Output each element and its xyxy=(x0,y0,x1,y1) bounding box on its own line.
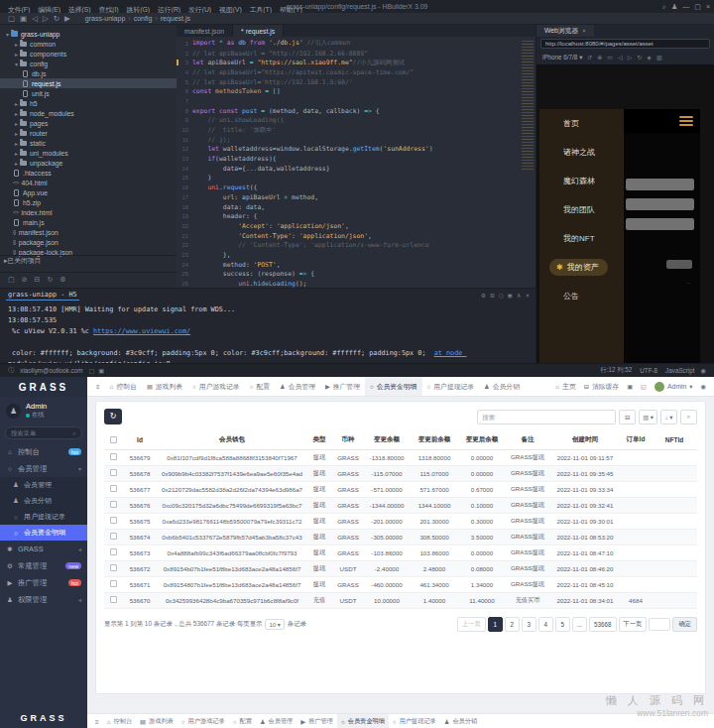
next-page-button[interactable]: 下一页 xyxy=(619,617,648,632)
tree-item-router[interactable]: ▸router xyxy=(0,128,177,138)
user-profile[interactable]: ♟ Admin 在线 xyxy=(0,397,87,425)
drawer-item[interactable]: 我的NFT xyxy=(539,224,624,253)
nav-tab[interactable]: ○会员资金明细 xyxy=(365,377,422,396)
brand-logo[interactable]: GRASS xyxy=(0,377,87,397)
clear-icon[interactable]: ⊘ xyxy=(22,276,28,284)
console-link[interactable]: https://www.uviewui.com/ xyxy=(93,327,190,335)
sidebar-item[interactable]: ⌂控制台hot xyxy=(0,443,87,460)
drawer-item[interactable]: 我的团队 xyxy=(539,195,624,224)
column-header[interactable]: 变更余额 xyxy=(364,431,410,449)
table-search-input[interactable] xyxy=(477,410,616,425)
sidebar-toggle[interactable]: ≡ xyxy=(91,714,103,728)
url-input[interactable]: http://localhost:8080/#/pages/asset/asse… xyxy=(540,39,710,49)
drawer-item[interactable]: 魔幻森林 xyxy=(539,167,624,195)
menubar-item[interactable]: 选择(S) xyxy=(64,6,95,13)
save-icon[interactable]: ▣ xyxy=(20,14,27,23)
close-icon[interactable]: × xyxy=(582,28,586,34)
nav-tab[interactable]: ▶推广管理 xyxy=(297,714,337,728)
minimap[interactable] xyxy=(522,41,534,170)
back-icon[interactable]: ◁ xyxy=(618,54,623,61)
sidebar-item[interactable]: ⚙常规管理new xyxy=(0,557,87,574)
screens-icon[interactable]: ▣ xyxy=(508,292,512,300)
tree-item-node-modules[interactable]: ▸node_modules xyxy=(0,108,177,118)
row-checkbox[interactable] xyxy=(104,529,122,545)
fullscreen-button[interactable]: ◱ xyxy=(637,383,651,390)
row-checkbox[interactable] xyxy=(104,497,122,513)
tree-item-manifest-json[interactable]: {}manifest.json xyxy=(0,227,177,237)
doc-icon[interactable]: ▢ xyxy=(8,14,15,23)
tree-item-unpackage[interactable]: ▸unpackage xyxy=(0,158,177,168)
menubar-item[interactable]: 编辑(E) xyxy=(34,6,64,13)
nav-tab[interactable]: ○用户提现记录 xyxy=(389,714,440,728)
home-button[interactable]: ⌂主页 xyxy=(551,382,579,392)
tree-item-package-json[interactable]: {}package.json xyxy=(0,237,177,247)
frame-icon[interactable]: ▭ xyxy=(607,54,613,61)
tree-item-main-js[interactable]: main.js xyxy=(0,217,177,227)
row-checkbox[interactable] xyxy=(104,449,122,465)
column-header[interactable]: 会员钱包 xyxy=(158,431,306,449)
tree-item--htaccess[interactable]: .htaccess xyxy=(0,168,177,178)
fwd-icon[interactable]: ▷ xyxy=(628,54,633,61)
up-icon[interactable]: ∧ xyxy=(517,292,521,300)
nav-tab[interactable]: ○会员资金明细 xyxy=(337,714,389,728)
nav-tab[interactable]: ○用户提现记录 xyxy=(422,377,480,396)
gear-icon[interactable]: ⚙ xyxy=(481,292,485,300)
bell-icon[interactable]: ◉ xyxy=(701,367,707,374)
column-header[interactable]: 备注 xyxy=(505,431,550,449)
tree-item-h5-zip[interactable]: h5.zip xyxy=(0,197,177,207)
refresh-button[interactable]: ↻ xyxy=(104,409,122,425)
column-header[interactable]: 币种 xyxy=(332,431,364,449)
run-icon[interactable]: ▶ xyxy=(64,14,70,23)
page-button[interactable]: 3 xyxy=(522,617,536,632)
nav-tab[interactable]: ⌂控制台 xyxy=(105,377,142,396)
nav-tab[interactable]: ⌂控制台 xyxy=(103,714,136,728)
account-label[interactable]: xiaoliym@outlook.com xyxy=(20,367,82,374)
tree-item-static[interactable]: ▸static xyxy=(0,138,177,148)
menubar-item[interactable]: 查找(I) xyxy=(95,6,123,13)
table-row[interactable]: 5366750xa6d233e9817661148b59500079a79efc… xyxy=(104,513,697,529)
page-jump-confirm-button[interactable]: 确定 xyxy=(672,617,697,632)
doc-icon[interactable]: ▢ xyxy=(8,276,15,284)
language-label[interactable]: JavaScript xyxy=(665,367,694,374)
row-checkbox[interactable] xyxy=(104,592,122,608)
notifications-button[interactable]: ◉ xyxy=(697,383,711,390)
tree-item-uni-modules[interactable]: ▸uni_modules xyxy=(0,148,177,158)
menubar-item[interactable]: 跳转(G) xyxy=(123,6,154,13)
page-button[interactable]: 2 xyxy=(505,617,520,632)
trash-icon[interactable]: ⊟ xyxy=(35,276,41,284)
nav-tab[interactable]: ○配置 xyxy=(229,714,256,728)
column-header[interactable]: Id xyxy=(122,431,158,449)
sidebar-search-input[interactable] xyxy=(11,429,72,436)
search-icon[interactable]: ⌕ xyxy=(662,3,666,11)
page-button[interactable]: 5 xyxy=(555,617,570,632)
sidebar-item[interactable]: ○用户提现记录 xyxy=(0,509,87,525)
code-area[interactable]: 1import * as db from './db.js' //引入commo… xyxy=(177,37,536,288)
nav-tab[interactable]: ▤游戏列表 xyxy=(142,377,187,396)
page-jump-input[interactable] xyxy=(649,618,670,631)
export-button[interactable]: ↓ ▾ xyxy=(660,410,677,425)
row-checkbox[interactable] xyxy=(104,545,122,560)
column-header[interactable]: 变更后余额 xyxy=(459,431,505,449)
browser-tab[interactable]: Web浏览器 × xyxy=(536,25,594,37)
page-button[interactable]: 4 xyxy=(538,617,553,632)
nav-tab[interactable]: ♟会员管理 xyxy=(256,714,297,728)
screens-icon[interactable]: ▣ xyxy=(98,367,104,374)
row-checkbox[interactable] xyxy=(104,481,122,497)
columns-icon[interactable]: ▥ xyxy=(656,54,662,61)
menubar-item[interactable]: 工具(T) xyxy=(246,6,276,13)
columns-button[interactable]: ▥ ▾ xyxy=(639,410,657,425)
tree-item-request-js[interactable]: request.js xyxy=(0,78,177,88)
nav-tab[interactable]: ○配置 xyxy=(245,377,275,396)
table-row[interactable]: 5366760xc09c320175d32a6dbc75499de6699319… xyxy=(104,497,697,513)
doc-icon[interactable]: ▢ xyxy=(88,367,94,374)
sidebar-item[interactable]: ▶推广管理hot xyxy=(0,574,87,591)
table-row[interactable]: 5366770x2120729dac5582d38a2d26f2da74394e… xyxy=(104,481,697,497)
sidebar-item[interactable]: ♟会员分销 xyxy=(0,493,87,509)
multi-window-button[interactable]: ▣ xyxy=(623,383,637,390)
tree-item-config[interactable]: ▾config xyxy=(0,59,177,68)
column-header[interactable]: NFTId xyxy=(652,431,697,449)
console-tab[interactable]: grass-uniapp - H5 xyxy=(6,291,79,301)
row-checkbox[interactable] xyxy=(104,465,122,481)
drawer-item[interactable]: 诸神之战 xyxy=(539,138,624,167)
search-button[interactable]: ⌕ xyxy=(680,410,697,425)
